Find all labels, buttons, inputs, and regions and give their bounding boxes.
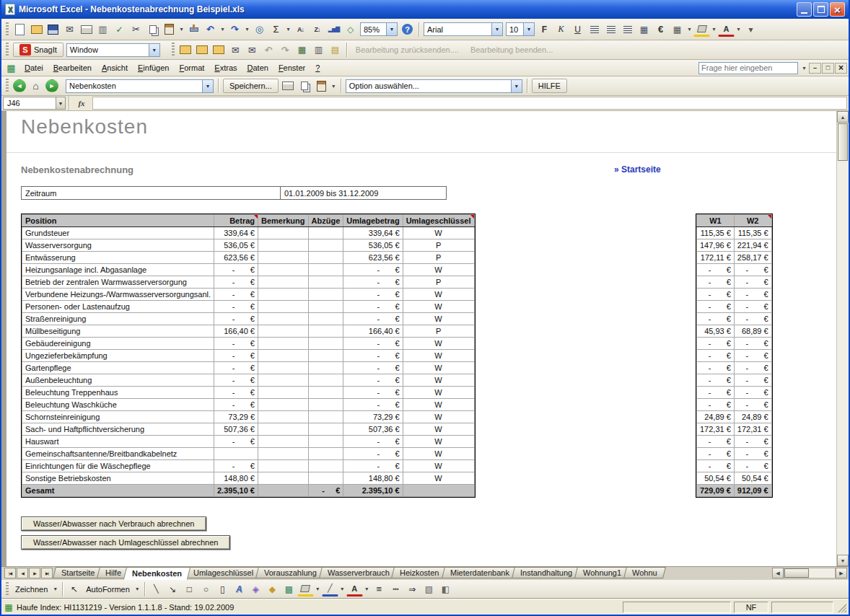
cell-w2[interactable]: - € <box>734 399 771 411</box>
folder-open-icon[interactable] <box>178 43 194 58</box>
sheet-tab-vorauszahlung[interactable]: Vorauszahlung <box>255 567 325 578</box>
menu-daten[interactable]: Daten <box>242 61 273 75</box>
menu-extras[interactable]: Extras <box>209 61 242 75</box>
minimize-button[interactable] <box>797 2 812 17</box>
column-header-abz-ge[interactable]: Abzüge <box>308 215 343 227</box>
cell-bemerkung[interactable] <box>258 264 309 276</box>
name-box[interactable]: J46 <box>3 97 56 110</box>
cell-bemerkung[interactable] <box>258 325 309 338</box>
cell-betrag[interactable]: - € <box>214 374 258 387</box>
chart-wizard-icon[interactable] <box>325 22 342 37</box>
cell-betrag[interactable]: - € <box>214 350 258 362</box>
cell-w2[interactable]: - € <box>734 289 771 301</box>
horizontal-scrollbar[interactable]: ◀ ▶ <box>772 568 847 578</box>
cell-betrag[interactable] <box>214 448 258 460</box>
print-preview-icon[interactable] <box>95 22 111 37</box>
total-umlageschluessel[interactable] <box>403 485 474 497</box>
cell-w2[interactable]: - € <box>734 301 771 313</box>
review-redo-icon[interactable] <box>277 43 294 58</box>
cell-w1[interactable]: - € <box>697 399 735 411</box>
chevron-down-icon[interactable]: ▾ <box>386 23 397 35</box>
copy-small-icon[interactable] <box>297 79 313 94</box>
cell-bemerkung[interactable] <box>258 301 309 313</box>
cell-bemerkung[interactable] <box>258 350 309 362</box>
cell-w2[interactable]: - € <box>734 436 771 448</box>
cell-umlageschluessel[interactable]: W <box>403 374 474 387</box>
menu-fenster[interactable]: Fenster <box>273 61 310 75</box>
cell-betrag[interactable]: - € <box>214 264 258 276</box>
cell-position[interactable]: Beleuchtung Waschküche <box>22 399 214 411</box>
font-combo[interactable]: Arial ▾ <box>424 22 503 36</box>
cell-umlagebetrag[interactable]: 536,05 € <box>343 239 403 252</box>
cell-w1[interactable]: - € <box>697 313 735 325</box>
wordart-icon[interactable] <box>231 581 247 597</box>
cell-w2[interactable]: - € <box>734 374 771 387</box>
autoformen-dropdown[interactable]: ▾ <box>133 581 141 597</box>
toolbar-grip[interactable] <box>172 43 175 57</box>
chevron-down-icon[interactable]: ▾ <box>511 80 522 92</box>
cell-bemerkung[interactable] <box>258 227 309 239</box>
zeitraum-value-cell[interactable]: 01.01.2009 bis 31.12.2009 <box>280 186 447 200</box>
toolbar-options-icon[interactable] <box>742 22 759 37</box>
cell-abzuege[interactable] <box>308 227 343 239</box>
cell-abzuege[interactable] <box>308 448 343 460</box>
sheet-tab-startseite[interactable]: Startseite <box>53 567 103 578</box>
cell-position[interactable]: Gemeinschaftsantenne/Breitbandkabelnetz <box>22 448 214 460</box>
column-header-w2[interactable]: W2 <box>734 215 771 227</box>
sort-asc-icon[interactable] <box>292 22 309 37</box>
total-umlagebetrag[interactable]: 2.395,10 € <box>343 485 403 497</box>
cell-position[interactable]: Einrichtungen für die Wäschepflege <box>22 460 214 472</box>
cell-abzuege[interactable] <box>308 350 343 362</box>
cell-bemerkung[interactable] <box>258 276 309 289</box>
cell-betrag[interactable]: - € <box>214 338 258 350</box>
align-right-icon[interactable] <box>619 22 636 37</box>
diagram-icon[interactable] <box>247 581 264 597</box>
cell-position[interactable]: Beleuchtung Treppenhaus <box>22 387 214 399</box>
cell-w1[interactable]: - € <box>697 374 735 387</box>
cell-position[interactable]: Verbundene Heizungs-/Warmwasserversorgun… <box>22 289 214 301</box>
cell-betrag[interactable]: 148,80 € <box>214 472 258 485</box>
formula-input[interactable] <box>92 97 847 110</box>
align-center-icon[interactable] <box>603 22 619 37</box>
column-header-betrag[interactable]: Betrag <box>214 215 258 227</box>
cell-position[interactable]: Hauswart <box>22 436 214 448</box>
prev-tab-button[interactable] <box>17 568 28 578</box>
mail-forward-icon[interactable] <box>244 43 260 58</box>
cell-position[interactable]: Wasserversorgung <box>22 239 214 252</box>
cell-w2[interactable]: 258,17 € <box>734 252 771 264</box>
cell-betrag[interactable]: - € <box>214 387 258 399</box>
mail-icon[interactable] <box>61 22 78 37</box>
cell-abzuege[interactable] <box>308 423 343 436</box>
font-size-combo[interactable]: 10 ▾ <box>506 22 535 36</box>
menu-bearbeiten[interactable]: Bearbeiten <box>48 61 97 75</box>
cell-w2[interactable]: 115,35 € <box>734 227 771 239</box>
arrow-style-icon[interactable] <box>404 581 421 597</box>
cell-betrag[interactable]: 536,05 € <box>214 239 258 252</box>
cell-abzuege[interactable] <box>308 472 343 485</box>
fill-color-icon[interactable] <box>693 22 710 37</box>
name-box-dropdown-icon[interactable]: ▼ <box>56 97 66 110</box>
first-tab-button[interactable] <box>4 568 16 578</box>
cell-bemerkung[interactable] <box>258 252 309 264</box>
rectangle-icon[interactable] <box>181 581 198 597</box>
cell-position[interactable]: Straßenreinigung <box>22 313 214 325</box>
total-betrag[interactable]: 2.395,10 € <box>214 485 258 497</box>
cell-umlageschluessel[interactable]: P <box>403 325 474 338</box>
cell-umlageschluessel[interactable]: W <box>403 448 474 460</box>
forward-icon[interactable] <box>45 79 58 92</box>
toolbar-grip[interactable] <box>6 582 9 597</box>
cell-betrag[interactable]: 507,36 € <box>214 423 258 436</box>
cell-betrag[interactable]: - € <box>214 276 258 289</box>
cell-abzuege[interactable] <box>308 276 343 289</box>
cell-position[interactable]: Gartenpflege <box>22 362 214 374</box>
cell-umlagebetrag[interactable]: 166,40 € <box>343 325 403 338</box>
cell-abzuege[interactable] <box>308 239 343 252</box>
cell-abzuege[interactable] <box>308 387 343 399</box>
cell-bemerkung[interactable] <box>258 423 309 436</box>
line-color-icon-dropdown[interactable]: ▾ <box>338 581 346 597</box>
fill-color-icon-dropdown[interactable]: ▾ <box>710 22 718 37</box>
autoformen-button[interactable]: AutoFormen <box>82 582 133 597</box>
sheet-tab-instandhaltung[interactable]: Instandhaltung <box>512 567 581 578</box>
column-header-umlageschl-ssel[interactable]: Umlageschlüssel <box>403 215 474 227</box>
question-input[interactable] <box>698 62 798 74</box>
